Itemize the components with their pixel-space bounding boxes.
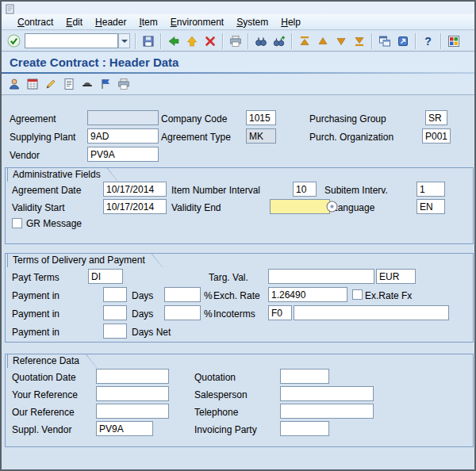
menu-contract[interactable]: Contract bbox=[11, 15, 60, 29]
print-preview-button[interactable] bbox=[114, 75, 132, 93]
application-toolbar bbox=[2, 74, 474, 95]
payment1-days-field[interactable] bbox=[103, 287, 127, 302]
print-button[interactable] bbox=[226, 33, 244, 50]
vendor-field[interactable] bbox=[87, 147, 159, 162]
enter-icon bbox=[7, 34, 21, 48]
vendor-label: Vendor bbox=[10, 149, 40, 162]
customize-layout-button[interactable] bbox=[444, 33, 463, 50]
invoicing-party-field[interactable] bbox=[280, 421, 329, 436]
language-field[interactable] bbox=[416, 199, 445, 214]
print-preview-icon bbox=[117, 78, 130, 90]
payment3-label: Payment in bbox=[12, 326, 60, 339]
gr-message-checkbox[interactable] bbox=[12, 218, 22, 228]
customize-layout-icon bbox=[447, 35, 460, 48]
terms-group: Terms of Delivery and Payment Payt Terms… bbox=[5, 253, 474, 343]
f4-help-button[interactable] bbox=[326, 201, 338, 213]
find-icon bbox=[255, 35, 267, 48]
payment2-percent-field[interactable] bbox=[164, 305, 201, 320]
telephone-field[interactable] bbox=[280, 404, 374, 419]
currency-field[interactable] bbox=[376, 269, 416, 284]
validity-start-field[interactable] bbox=[103, 199, 167, 214]
payment2-days-field[interactable] bbox=[103, 305, 127, 320]
reference-data-title: Reference Data bbox=[8, 354, 97, 368]
payment2-label: Payment in bbox=[12, 308, 60, 320]
exch-rate-field[interactable] bbox=[268, 287, 347, 302]
menu-help[interactable]: Help bbox=[274, 15, 307, 29]
ex-rate-fx-checkbox[interactable] bbox=[352, 289, 363, 300]
payment1-label: Payment in bbox=[12, 289, 60, 302]
incoterms-field[interactable] bbox=[268, 305, 292, 320]
targ-val-field[interactable] bbox=[268, 269, 374, 284]
command-dropdown-button[interactable] bbox=[118, 33, 130, 48]
validity-end-field[interactable] bbox=[270, 199, 330, 214]
help-button[interactable]: ? bbox=[419, 33, 437, 50]
payment1-percent-field[interactable] bbox=[164, 287, 201, 302]
salesperson-field[interactable] bbox=[280, 386, 374, 401]
create-shortcut-icon bbox=[397, 35, 409, 48]
payment2-percent-label: % bbox=[204, 308, 213, 320]
menu-item[interactable]: Item bbox=[132, 15, 163, 29]
subitem-interval-field[interactable] bbox=[416, 182, 445, 197]
standard-toolbar: ? bbox=[2, 31, 474, 52]
find-button[interactable] bbox=[251, 33, 270, 50]
terms-tab: Terms of Delivery and Payment bbox=[7, 253, 163, 267]
payment2-days-label: Days bbox=[132, 308, 153, 320]
flag-button[interactable] bbox=[96, 75, 114, 93]
language-label: Language bbox=[332, 201, 374, 214]
cancel-button[interactable] bbox=[201, 33, 219, 50]
our-reference-label: Our Reference bbox=[12, 406, 75, 419]
content-area: Agreement Company Code Purchasing Group … bbox=[2, 95, 474, 469]
header-details-button[interactable] bbox=[78, 75, 96, 93]
edit-button[interactable] bbox=[41, 75, 60, 93]
item-number-interval-field[interactable] bbox=[293, 182, 317, 197]
exit-button[interactable] bbox=[182, 33, 201, 50]
purchasing-group-field[interactable] bbox=[425, 110, 447, 125]
next-page-button[interactable] bbox=[332, 33, 350, 50]
purch-organization-field[interactable] bbox=[422, 128, 451, 144]
find-next-icon bbox=[273, 35, 286, 48]
quotation-date-label: Quotation Date bbox=[12, 371, 76, 384]
conditions-button[interactable] bbox=[23, 75, 41, 93]
last-page-button[interactable] bbox=[350, 33, 368, 50]
agreement-label: Agreement bbox=[10, 113, 56, 125]
menu-environment[interactable]: Environment bbox=[164, 15, 230, 29]
partners-button[interactable] bbox=[5, 75, 23, 93]
incoterms-detail-field[interactable] bbox=[294, 305, 449, 320]
terms-title: Terms of Delivery and Payment bbox=[8, 254, 163, 267]
our-reference-field[interactable] bbox=[96, 404, 169, 419]
agreement-type-field[interactable] bbox=[246, 128, 276, 144]
save-button[interactable] bbox=[139, 33, 157, 50]
agreement-date-label: Agreement Date bbox=[12, 184, 81, 197]
quotation-date-field[interactable] bbox=[96, 369, 169, 384]
save-icon bbox=[142, 35, 155, 48]
menu-edit[interactable]: Edit bbox=[60, 15, 89, 29]
payment3-days-field[interactable] bbox=[103, 324, 127, 339]
find-next-button[interactable] bbox=[270, 33, 288, 50]
payt-terms-field[interactable] bbox=[88, 269, 123, 284]
menu-header[interactable]: Header bbox=[89, 15, 132, 29]
texts-button[interactable] bbox=[60, 75, 78, 93]
exit-icon bbox=[186, 35, 198, 48]
agreement-date-field[interactable] bbox=[103, 182, 167, 197]
your-reference-field[interactable] bbox=[96, 386, 169, 401]
administrative-fields-tab: Administrative Fields bbox=[7, 167, 118, 182]
last-page-icon bbox=[353, 35, 366, 48]
agreement-field[interactable] bbox=[87, 110, 159, 125]
enter-button[interactable] bbox=[5, 33, 23, 50]
reference-data-tab: Reference Data bbox=[7, 354, 97, 368]
previous-page-button[interactable] bbox=[313, 33, 332, 50]
command-input[interactable] bbox=[25, 33, 118, 48]
first-page-button[interactable] bbox=[295, 33, 313, 50]
administrative-fields-group: Administrative Fields Agreement Date Ite… bbox=[5, 167, 474, 244]
menu-bar: Contract Edit Header Item Environment Sy… bbox=[2, 14, 474, 30]
new-session-button[interactable] bbox=[375, 33, 393, 50]
new-session-icon bbox=[378, 35, 391, 48]
company-code-field[interactable] bbox=[246, 110, 276, 125]
quotation-field[interactable] bbox=[280, 369, 329, 384]
back-button[interactable] bbox=[164, 33, 182, 50]
supplying-plant-field[interactable] bbox=[87, 128, 159, 144]
suppl-vendor-field[interactable] bbox=[96, 421, 153, 436]
menu-system[interactable]: System bbox=[230, 15, 274, 29]
create-shortcut-button[interactable] bbox=[393, 33, 412, 50]
previous-page-icon bbox=[317, 35, 329, 48]
